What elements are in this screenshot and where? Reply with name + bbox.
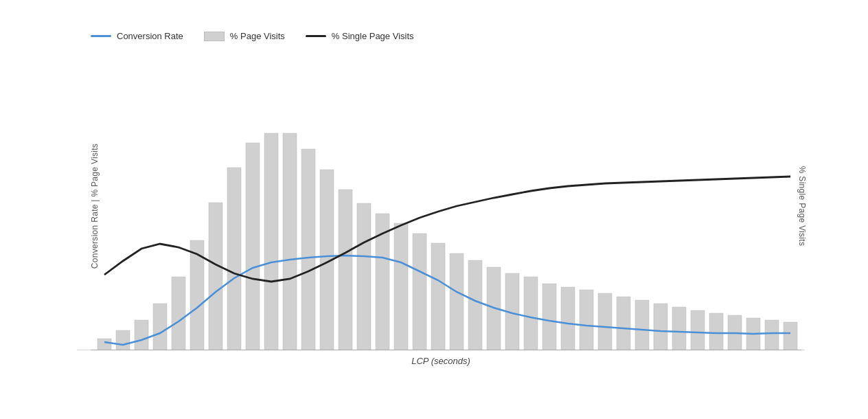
y-axis-right-label: % Single Page Visits bbox=[798, 166, 808, 247]
svg-rect-31 bbox=[654, 304, 667, 350]
legend-blue-line bbox=[91, 35, 111, 37]
svg-rect-25 bbox=[542, 284, 556, 350]
svg-rect-1 bbox=[98, 339, 111, 350]
chart-area: Conversion Rate | % Page Visits % Single… bbox=[77, 62, 805, 350]
svg-rect-30 bbox=[635, 300, 649, 350]
single-page-visits-line bbox=[104, 177, 790, 282]
svg-rect-11 bbox=[283, 133, 297, 350]
legend-conversion-rate: Conversion Rate bbox=[91, 31, 183, 41]
svg-rect-33 bbox=[691, 310, 705, 350]
svg-rect-20 bbox=[450, 253, 464, 350]
svg-rect-3 bbox=[135, 320, 148, 350]
conversion-rate-line bbox=[104, 256, 790, 345]
legend-conversion-rate-label: Conversion Rate bbox=[117, 31, 183, 41]
svg-rect-9 bbox=[246, 143, 260, 350]
svg-rect-38 bbox=[784, 322, 797, 350]
svg-rect-4 bbox=[153, 304, 167, 350]
legend-single-page-visits-label: % Single Page Visits bbox=[332, 31, 414, 41]
chart-svg: 0.7 1.1 1.5 1.9 2.3 2.7 3.1 3.5 3.9 4.3 … bbox=[77, 62, 805, 350]
svg-rect-32 bbox=[672, 307, 686, 350]
svg-rect-7 bbox=[209, 203, 222, 350]
svg-rect-15 bbox=[357, 203, 371, 350]
svg-rect-37 bbox=[765, 320, 779, 350]
svg-rect-5 bbox=[172, 277, 185, 350]
legend-page-visits-label: % Page Visits bbox=[230, 31, 285, 41]
svg-rect-12 bbox=[301, 149, 315, 350]
svg-rect-28 bbox=[598, 293, 612, 350]
chart-legend: Conversion Rate % Page Visits % Single P… bbox=[77, 31, 805, 41]
svg-rect-19 bbox=[431, 243, 445, 350]
svg-rect-26 bbox=[561, 287, 575, 350]
svg-rect-10 bbox=[264, 133, 278, 350]
y-axis-left-label: Conversion Rate | % Page Visits bbox=[90, 144, 100, 269]
legend-black-line bbox=[306, 35, 326, 37]
svg-rect-18 bbox=[413, 234, 426, 350]
svg-rect-34 bbox=[709, 313, 723, 350]
legend-single-page-visits: % Single Page Visits bbox=[306, 31, 414, 41]
svg-rect-14 bbox=[339, 190, 352, 350]
legend-gray-box bbox=[204, 32, 225, 41]
x-axis-label: LCP (seconds) bbox=[77, 356, 805, 366]
bar-group bbox=[98, 133, 797, 350]
svg-rect-8 bbox=[227, 168, 241, 350]
chart-container: Conversion Rate % Page Visits % Single P… bbox=[22, 17, 846, 402]
legend-page-visits: % Page Visits bbox=[204, 31, 285, 41]
svg-rect-29 bbox=[617, 297, 630, 350]
svg-rect-17 bbox=[394, 223, 408, 350]
svg-rect-2 bbox=[116, 330, 130, 350]
svg-rect-24 bbox=[524, 277, 538, 350]
svg-rect-21 bbox=[468, 260, 482, 350]
svg-rect-27 bbox=[580, 290, 593, 350]
